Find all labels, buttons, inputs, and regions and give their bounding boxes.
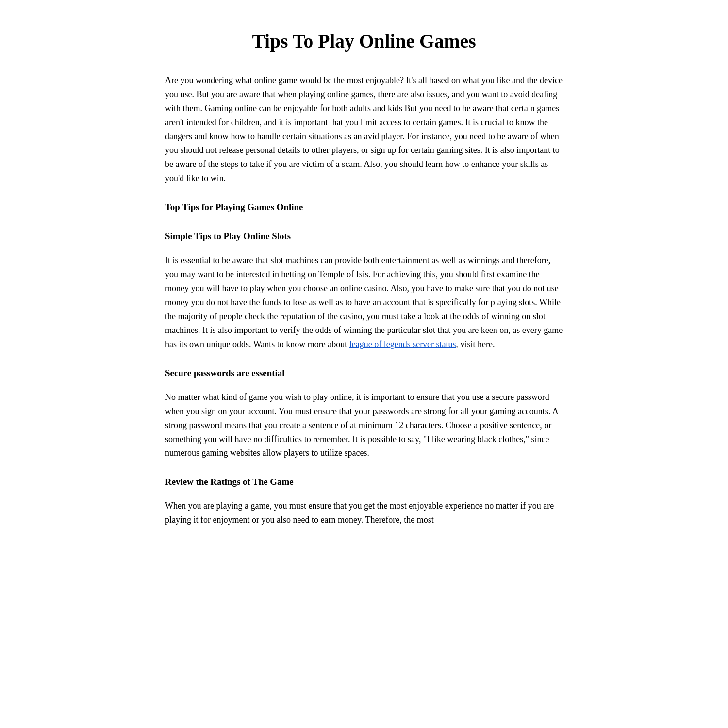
secure-passwords-paragraph: No matter what kind of game you wish to … [165,390,563,460]
simple-tips-text-before-link: It is essential to be aware that slot ma… [165,255,563,349]
simple-tips-text-after-link: , visit here. [456,339,495,349]
section-heading-secure-passwords: Secure passwords are essential [165,366,563,381]
simple-tips-paragraph: It is essential to be aware that slot ma… [165,253,563,351]
review-ratings-paragraph: When you are playing a game, you must en… [165,499,563,527]
page-title: Tips To Play Online Games [165,29,563,54]
intro-paragraph: Are you wondering what online game would… [165,73,563,185]
section-heading-top-tips: Top Tips for Playing Games Online [165,200,563,215]
section-heading-review-ratings: Review the Ratings of The Game [165,475,563,489]
section-heading-simple-tips: Simple Tips to Play Online Slots [165,229,563,244]
page-container: Tips To Play Online Games Are you wonder… [126,0,602,576]
league-of-legends-link[interactable]: league of legends server status [349,339,456,349]
